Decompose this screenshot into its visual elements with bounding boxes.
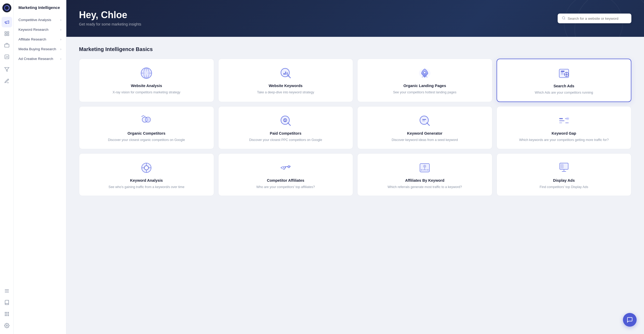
nav-item-label: Keyword Research [18,28,48,32]
nav-sidebar-title: Marketing Intelligence [14,5,66,15]
svg-rect-53 [422,120,425,121]
card-keyword-analysis[interactable]: Keyword Analysis See who's gaining traff… [79,153,214,196]
svg-line-47 [288,123,290,125]
svg-rect-38 [561,72,563,73]
icon-sidebar [0,0,14,334]
card-icon-search-ads [557,67,571,80]
svg-rect-58 [565,122,569,123]
card-search-ads[interactable]: Search Ads Which Ads are your competitor… [497,59,632,102]
svg-line-51 [427,123,429,125]
svg-point-27 [141,68,152,78]
chevron-icon: › [60,18,61,22]
card-title-organic-competitors: Organic Competitors [127,131,165,135]
card-desc-website-analysis: X-ray vision for competitors marketing s… [112,90,180,95]
filter-nav-icon[interactable] [2,64,12,75]
apps-nav-icon[interactable] [2,309,12,319]
svg-rect-2 [7,32,9,33]
svg-rect-3 [5,34,6,36]
settings-nav-icon[interactable] [2,320,12,331]
search-input[interactable] [568,17,627,21]
svg-text:$: $ [284,119,286,122]
header-subtitle: Get ready for some marketing insights [79,22,631,26]
chevron-icon: › [60,57,61,61]
nav-item-ad-creative[interactable]: Ad Creative Research › [14,54,66,64]
card-title-competitor-affiliates: Competitor Affiliates [267,178,304,183]
card-icon-paid-competitors: $ [279,114,293,128]
svg-point-67 [288,166,290,168]
header-greeting: Hey, Chloe [79,9,631,21]
card-desc-organic-landing-pages: See your competitors hottest landing pag… [393,90,456,95]
svg-point-11 [5,312,6,313]
nav-item-label: Ad Creative Research [18,57,53,61]
card-title-keyword-generator: Keyword Generator [407,131,443,135]
cards-grid: Website Analysis X-ray vision for compet… [79,59,631,196]
card-icon-affiliates-by-keyword [418,161,432,175]
svg-point-20 [6,325,7,326]
card-website-keywords[interactable]: Website Keywords Take a deep-dive into k… [218,59,353,102]
card-organic-competitors[interactable]: Organic Competitors Discover your closes… [79,106,214,149]
chat-button[interactable] [623,313,637,327]
svg-point-12 [6,312,7,313]
card-desc-organic-competitors: Discover your closest organic competitor… [108,138,185,143]
svg-rect-1 [5,32,6,33]
card-icon-website-analysis [140,66,153,80]
svg-point-16 [8,314,9,315]
header: Hey, Chloe Get ready for some marketing … [66,0,644,37]
briefcase-nav-icon[interactable] [2,40,12,50]
card-keyword-gap[interactable]: Keyword Gap Which keywords are your comp… [497,106,632,149]
svg-marker-7 [4,68,9,72]
svg-rect-57 [559,122,562,123]
card-icon-keyword-analysis [140,161,153,175]
card-title-search-ads: Search Ads [553,84,574,88]
svg-point-13 [8,312,9,313]
nav-item-competitive-analysis[interactable]: Competitive Analysis › [14,15,66,25]
main-content-area: Hey, Chloe Get ready for some marketing … [66,0,644,334]
card-icon-display-ads [557,161,571,175]
nav-item-affiliate-research[interactable]: Affiliate Research › [14,34,66,44]
svg-point-0 [2,3,11,12]
card-paid-competitors[interactable]: $ Paid Competitors Discover your closest… [218,106,353,149]
card-desc-paid-competitors: Discover your closest PPC competitors on… [249,138,322,143]
megaphone-nav-icon[interactable] [2,17,12,27]
card-keyword-generator[interactable]: Keyword Generator Discover keyword ideas… [357,106,492,149]
grid-nav-icon[interactable] [2,28,12,39]
chart-nav-icon[interactable] [2,52,12,62]
svg-point-21 [562,17,565,19]
search-icon [562,16,566,21]
card-icon-keyword-gap [557,114,571,128]
app-logo[interactable] [2,3,12,13]
svg-rect-37 [561,71,564,72]
nav-item-media-buying[interactable]: Media Buying Research › [14,44,66,54]
card-title-website-analysis: Website Analysis [131,84,162,88]
svg-rect-4 [7,34,9,36]
header-search-box[interactable] [558,14,631,23]
card-desc-affiliates-by-keyword: Which referrals generate most traffic to… [388,185,462,190]
svg-point-17 [5,315,6,316]
chevron-icon: › [60,47,61,51]
svg-point-18 [6,315,7,316]
nav-item-label: Media Buying Research [18,47,56,51]
card-desc-keyword-analysis: See who's gaining traffic from a keyword… [108,185,184,190]
card-title-organic-landing-pages: Organic Landing Pages [403,84,446,88]
nav-item-keyword-research[interactable]: Keyword Research › [14,25,66,34]
card-title-affiliates-by-keyword: Affiliates By Keyword [405,178,444,183]
menu-nav-icon[interactable] [2,286,12,296]
book-nav-icon[interactable] [2,297,12,308]
svg-point-15 [6,314,7,315]
card-title-paid-competitors: Paid Competitors [270,131,301,135]
card-icon-organic-landing-pages [418,66,432,80]
card-icon-competitor-affiliates [279,161,293,175]
svg-point-66 [281,167,284,169]
card-website-analysis[interactable]: Website Analysis X-ray vision for compet… [79,59,214,102]
pen-nav-icon[interactable] [2,76,12,86]
svg-rect-39 [561,74,564,74]
card-display-ads[interactable]: Display Ads Find competitors' top Displa… [497,153,632,196]
card-competitor-affiliates[interactable]: Competitor Affiliates Who are your compe… [218,153,353,196]
nav-item-label: Affiliate Research [18,37,46,41]
svg-rect-52 [422,119,426,120]
card-desc-keyword-generator: Discover keyword ideas from a seed keywo… [392,138,458,143]
svg-rect-5 [4,44,9,47]
card-affiliates-by-keyword[interactable]: Affiliates By Keyword Which referrals ge… [357,153,492,196]
card-organic-landing-pages[interactable]: Organic Landing Pages See your competito… [357,59,492,102]
card-title-website-keywords: Website Keywords [269,84,303,88]
